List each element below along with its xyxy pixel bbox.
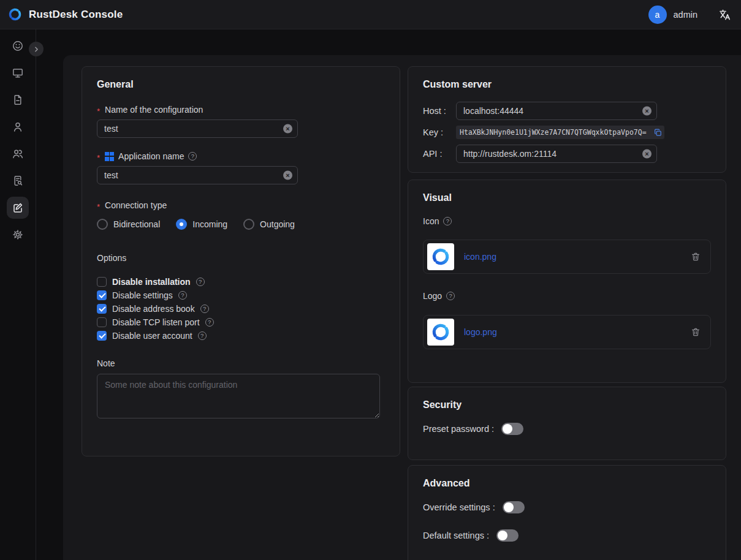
users-icon xyxy=(12,148,24,160)
connection-type-label: Connection type xyxy=(97,200,385,210)
override-settings-label: Override settings : xyxy=(423,502,495,512)
preset-password-label: Preset password : xyxy=(423,424,494,434)
user-icon xyxy=(12,121,24,133)
config-name-field xyxy=(97,119,298,138)
host-field xyxy=(456,102,657,120)
trash-icon[interactable] xyxy=(691,327,701,337)
help-icon[interactable] xyxy=(446,292,455,300)
help-icon[interactable] xyxy=(188,152,197,161)
icon-preview xyxy=(427,243,454,270)
security-title: Security xyxy=(423,399,711,411)
checkbox-icon[interactable] xyxy=(97,290,107,300)
icon-file-link[interactable]: icon.png xyxy=(464,252,496,262)
help-icon[interactable] xyxy=(200,305,209,313)
override-settings-toggle[interactable] xyxy=(503,501,525,513)
file-search-icon xyxy=(12,175,24,187)
help-icon[interactable] xyxy=(196,278,205,286)
clear-icon[interactable] xyxy=(642,107,652,116)
logo-file-link[interactable]: logo.png xyxy=(464,327,497,337)
default-settings-label: Default settings : xyxy=(423,531,489,540)
trash-icon[interactable] xyxy=(691,252,701,262)
sidebar-collapse-button[interactable] xyxy=(29,42,44,56)
file-icon xyxy=(12,94,24,106)
option-disable-address-book[interactable]: Disable address book xyxy=(97,302,385,316)
host-input[interactable] xyxy=(463,106,639,116)
radio-icon[interactable] xyxy=(176,219,187,230)
note-textarea[interactable] xyxy=(97,374,380,418)
edit-icon xyxy=(12,202,24,214)
key-field[interactable]: HtaXBkJNHyn0e1U1jWXze7A7CN7QTGWqxkOtpaVp… xyxy=(456,126,664,139)
application-name-input[interactable] xyxy=(104,170,280,180)
option-disable-settings[interactable]: Disable settings xyxy=(97,289,385,302)
api-field xyxy=(456,145,657,163)
application-name-label: Application name xyxy=(97,151,385,161)
translate-icon[interactable] xyxy=(718,8,731,21)
smile-icon xyxy=(12,40,24,52)
icon-label: Icon xyxy=(423,216,711,226)
radio-icon[interactable] xyxy=(243,219,254,230)
icon-file-box: icon.png xyxy=(423,240,711,274)
checkbox-icon[interactable] xyxy=(97,317,107,327)
sidebar-item-audit[interactable] xyxy=(7,170,29,192)
checkbox-icon[interactable] xyxy=(97,277,107,287)
clear-icon[interactable] xyxy=(283,171,292,180)
custom-server-card: Custom server Host : Key : HtaXBkJNHyn0e… xyxy=(408,66,726,173)
sidebar xyxy=(0,29,36,560)
sidebar-item-groups[interactable] xyxy=(7,143,29,165)
user-name: admin xyxy=(674,10,698,20)
visual-title: Visual xyxy=(423,192,711,203)
help-icon[interactable] xyxy=(198,331,207,340)
option-disable-user-account[interactable]: Disable user account xyxy=(97,329,385,342)
help-icon[interactable] xyxy=(443,217,452,225)
host-row: Host : xyxy=(423,102,711,120)
rustdesk-logo-icon xyxy=(7,7,23,22)
option-disable-installation[interactable]: Disable installation xyxy=(97,275,385,289)
connection-type-options: Bidirectional Incoming Outgoing xyxy=(97,218,385,231)
radio-icon[interactable] xyxy=(97,219,108,230)
clear-icon[interactable] xyxy=(283,124,292,134)
help-icon[interactable] xyxy=(178,291,187,300)
advanced-card: Advanced Override settings : Default set… xyxy=(408,465,726,560)
sidebar-item-settings[interactable] xyxy=(7,224,29,246)
sidebar-item-users[interactable] xyxy=(7,116,29,138)
host-label: Host : xyxy=(423,106,456,116)
monitor-icon xyxy=(12,67,24,79)
key-label: Key : xyxy=(423,127,456,137)
note-label: Note xyxy=(97,358,385,368)
api-label: API : xyxy=(423,149,456,159)
api-input[interactable] xyxy=(463,149,639,159)
custom-server-title: Custom server xyxy=(423,79,711,90)
general-title: General xyxy=(97,79,385,90)
checkbox-icon[interactable] xyxy=(97,331,107,341)
default-settings-toggle[interactable] xyxy=(496,529,519,542)
config-name-input[interactable] xyxy=(104,124,280,134)
windows-icon xyxy=(105,152,114,161)
sidebar-item-smile[interactable] xyxy=(7,35,29,57)
sidebar-item-documents[interactable] xyxy=(7,89,29,111)
preset-password-toggle[interactable] xyxy=(501,423,523,435)
logo-label: Logo xyxy=(423,291,711,301)
main-panel: General Name of the configuration Applic… xyxy=(63,55,741,560)
help-icon[interactable] xyxy=(205,318,214,327)
key-row: Key : HtaXBkJNHyn0e1U1jWXze7A7CN7QTGWqxk… xyxy=(423,126,711,139)
key-value: HtaXBkJNHyn0e1U1jWXze7A7CN7QTGWqxkOtpaVp… xyxy=(460,128,652,137)
config-name-label: Name of the configuration xyxy=(97,105,385,115)
radio-incoming[interactable]: Incoming xyxy=(176,219,227,230)
sidebar-item-custom-client[interactable] xyxy=(7,197,29,219)
checkbox-icon[interactable] xyxy=(97,304,107,314)
clear-icon[interactable] xyxy=(642,149,652,159)
app-title: RustDesk Console xyxy=(29,9,123,21)
topbar: RustDesk Console a admin xyxy=(0,0,741,29)
avatar[interactable]: a xyxy=(648,6,667,24)
copy-icon[interactable] xyxy=(654,129,662,137)
logo-file-box: logo.png xyxy=(423,315,711,349)
radio-outgoing[interactable]: Outgoing xyxy=(243,219,295,230)
visual-card: Visual Icon icon.png Logo xyxy=(408,180,726,383)
options-label: Options xyxy=(97,253,385,263)
option-disable-tcp-listen-port[interactable]: Disable TCP listen port xyxy=(97,316,385,329)
sidebar-item-devices[interactable] xyxy=(7,62,29,84)
general-card: General Name of the configuration Applic… xyxy=(82,66,400,456)
security-card: Security Preset password : xyxy=(408,387,726,460)
default-settings-row: Default settings : xyxy=(423,528,711,543)
radio-bidirectional[interactable]: Bidirectional xyxy=(97,219,160,230)
